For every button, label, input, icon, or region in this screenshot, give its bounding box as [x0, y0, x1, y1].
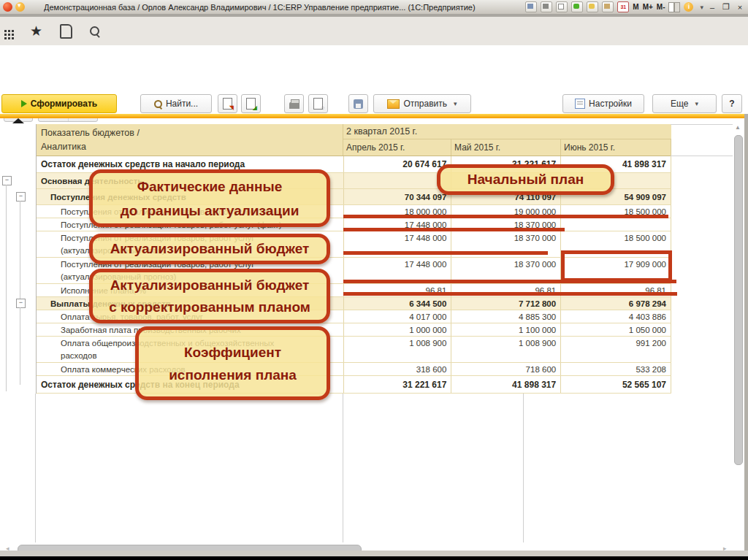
calendar-icon[interactable]: 31	[617, 1, 629, 12]
header-line-extension	[671, 124, 733, 125]
help-button[interactable]: ?	[722, 94, 742, 113]
row-value[interactable]: 6 344 500	[344, 297, 452, 310]
row-value[interactable]: 4 885 300	[451, 310, 561, 323]
main-menu-button[interactable]	[15, 2, 25, 12]
row-value[interactable]: 4 403 886	[561, 310, 671, 323]
table-row[interactable]: Оплата общепроизводственных и общехозяйс…	[37, 337, 671, 363]
tree-line	[20, 201, 20, 299]
row-value[interactable]: 7 712 800	[451, 297, 561, 310]
more-dropdown-icon: ▾	[695, 100, 698, 107]
print-button[interactable]	[284, 94, 304, 113]
save-button[interactable]	[348, 94, 368, 113]
page-expand-icon: ◥	[223, 98, 232, 110]
row-value[interactable]: 533 208	[561, 363, 671, 375]
app-toolbar: ★	[0, 14, 748, 45]
expand-groups-button[interactable]: ◥	[218, 94, 237, 113]
row-value[interactable]: 4 017 000	[344, 310, 452, 323]
row-value[interactable]: 1 008 900	[451, 337, 561, 362]
row-value[interactable]: 1 000 000	[344, 323, 452, 336]
callout-fact-data: Фактические данныедо границы актуализаци…	[89, 169, 330, 227]
window-title: Демонстрационная база / Орлов Александр …	[44, 3, 476, 12]
row-value[interactable]: 6 978 294	[561, 297, 671, 310]
vertical-scrollbar[interactable]: ▲	[733, 121, 743, 542]
tree-collapse-icon[interactable]: −	[16, 192, 26, 202]
sync-icon[interactable]	[571, 1, 583, 12]
search-icon[interactable]	[90, 26, 99, 36]
row-value[interactable]: 31 221 617	[344, 376, 452, 393]
send-dropdown-icon[interactable]: ▾	[454, 100, 457, 107]
table-row[interactable]: Остаток денежных средств на конец период…	[37, 376, 671, 394]
send-button[interactable]: Отправить ▾	[373, 94, 471, 113]
window-right-edge	[744, 114, 748, 556]
more-button[interactable]: Еще ▾	[652, 94, 717, 113]
generate-button[interactable]: Сформировать	[1, 94, 117, 113]
envelope-icon	[387, 99, 400, 109]
favorites-icon[interactable]	[587, 1, 598, 12]
annotation-underline-actualized	[343, 251, 548, 255]
floppy-icon	[354, 99, 363, 109]
row-value[interactable]: 70 344 097	[344, 189, 452, 204]
row-value[interactable]: 20 674 617	[344, 156, 452, 172]
play-icon	[21, 100, 27, 107]
find-magnifier-icon	[154, 100, 162, 108]
preview-button[interactable]: ◌	[308, 94, 328, 113]
settings-button[interactable]: Настройки	[562, 94, 644, 113]
app-window: Демонстрационная база / Орлов Александр …	[0, 0, 748, 560]
header-line-extension	[671, 156, 733, 156]
form-header: ← → ☆ БДДС (актуализация) за 2 квартал 2…	[0, 45, 748, 93]
grid-header: Показатель бюджетов / Аналитика 2 кварта…	[37, 124, 671, 156]
header-quarter[interactable]: 2 квартал 2015 г.	[343, 124, 671, 139]
tree-collapse-icon[interactable]: −	[16, 299, 26, 308]
row-value[interactable]: 318 600	[344, 363, 452, 375]
grid-column-line	[523, 394, 524, 542]
app-logo-icon	[3, 2, 12, 12]
info-dropdown-icon[interactable]: ▾	[700, 4, 703, 11]
row-value[interactable]: 52 565 107	[561, 376, 671, 393]
row-value[interactable]: 1 008 900	[344, 337, 452, 362]
calculator-icon[interactable]	[602, 1, 614, 12]
close-window-button[interactable]: ×	[735, 3, 745, 12]
row-value[interactable]: 41 898 317	[451, 376, 561, 393]
printer-icon	[289, 102, 299, 109]
settings-icon	[575, 99, 585, 109]
memory-m-plus-button[interactable]: M+	[643, 3, 653, 11]
annotation-underline-fact	[343, 228, 565, 231]
page-collapse-icon: ◢	[246, 98, 256, 110]
header-month-3[interactable]: Июнь 2015 г.	[561, 139, 671, 156]
callout-plan-execution-coefficient: Коэффициентисполнения плана	[135, 326, 330, 400]
header-month-1[interactable]: Апрель 2015 г.	[343, 139, 451, 156]
history-icon[interactable]	[60, 24, 72, 39]
row-value[interactable]: 991 200	[561, 337, 671, 362]
row-value[interactable]: 1 100 000	[451, 323, 561, 336]
vertical-scroll-thumb[interactable]	[734, 135, 743, 465]
save-icon[interactable]	[525, 1, 537, 12]
memory-m-button[interactable]: M	[633, 3, 638, 11]
table-row[interactable]: Заработная плата производственных рабочи…	[37, 323, 671, 337]
collapse-groups-button[interactable]: ◢	[241, 94, 261, 113]
info-icon[interactable]: i	[684, 2, 693, 12]
header-months: Апрель 2015 г.Май 2015 г.Июнь 2015 г.	[343, 139, 671, 156]
maximize-button[interactable]: ❐	[721, 2, 731, 12]
callout-actualized-budget: Актуализированный бюджет	[89, 234, 330, 264]
row-value[interactable]	[344, 173, 452, 188]
functions-menu-icon[interactable]	[4, 30, 7, 32]
annotation-underline-execution	[343, 292, 677, 296]
row-value[interactable]: 1 050 000	[561, 323, 671, 336]
row-value[interactable]	[561, 218, 671, 231]
print-icon[interactable]	[541, 1, 552, 12]
toolbar-separator	[0, 114, 748, 118]
minimize-button[interactable]: –	[707, 3, 717, 12]
header-month-2[interactable]: Май 2015 г.	[451, 139, 561, 156]
tree-collapse-icon[interactable]: −	[2, 176, 12, 185]
preview-page-icon: ◌	[313, 98, 323, 110]
annotation-highlight-box	[561, 250, 672, 282]
find-button[interactable]: Найти...	[140, 94, 212, 113]
table-row[interactable]: Оплата коммерческих расходов318 600718 6…	[37, 363, 671, 376]
header-indicator-column[interactable]: Показатель бюджетов / Аналитика	[37, 124, 343, 156]
print-preview-icon[interactable]	[556, 1, 568, 12]
scroll-up-icon[interactable]: ▲	[735, 124, 741, 131]
command-bar: Сформировать Найти... ◥ ◢ ◌ Отправить ▾ …	[0, 93, 748, 114]
split-window-icon[interactable]	[668, 2, 680, 12]
row-value[interactable]: 718 600	[451, 363, 561, 375]
memory-m-minus-button[interactable]: M-	[657, 3, 665, 11]
